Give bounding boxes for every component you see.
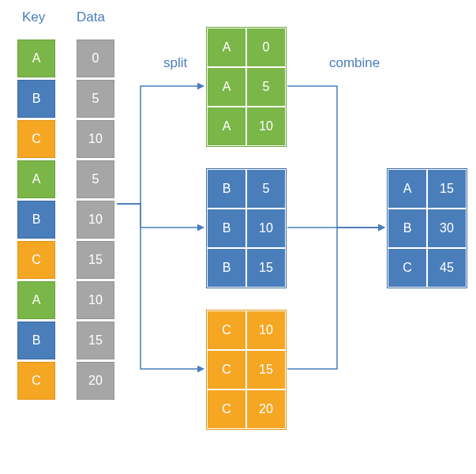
- group-value-cell: 10: [246, 107, 286, 146]
- group-key-cell: A: [207, 67, 246, 107]
- group-value-cell: 10: [246, 209, 286, 248]
- label-split: split: [163, 55, 187, 71]
- group-value-cell: 10: [246, 310, 286, 350]
- data-cell: 15: [77, 241, 114, 279]
- group-value-cell: 15: [246, 248, 286, 288]
- combine-arrow-a: [287, 86, 384, 228]
- group-key-cell: B: [207, 169, 246, 209]
- key-cell: B: [17, 80, 55, 118]
- group-value-cell: 0: [246, 28, 286, 67]
- split-arrow-b: [117, 204, 204, 228]
- group-key-cell: C: [207, 310, 246, 350]
- group-value-cell: 5: [246, 169, 286, 209]
- key-column: ABCABCABC: [17, 40, 55, 400]
- result-value-cell: 30: [427, 209, 467, 248]
- group-value-cell: 20: [246, 389, 286, 429]
- group-b-table: B5B10B15: [206, 168, 287, 288]
- data-cell: 10: [77, 120, 114, 158]
- group-c-table: C10C15C20: [206, 310, 287, 430]
- key-cell: B: [17, 322, 55, 359]
- data-cell: 15: [77, 322, 114, 359]
- group-key-cell: A: [207, 107, 246, 146]
- key-cell: C: [17, 241, 55, 279]
- combine-arrow-c: [287, 228, 384, 369]
- data-cell: 0: [77, 40, 114, 77]
- result-key-cell: C: [388, 248, 427, 288]
- key-cell: C: [17, 120, 55, 158]
- data-cell: 5: [77, 160, 114, 198]
- label-key: Key: [22, 9, 45, 25]
- key-cell: A: [17, 160, 55, 198]
- group-key-cell: B: [207, 248, 246, 288]
- key-cell: C: [17, 362, 55, 400]
- group-key-cell: C: [207, 350, 246, 389]
- data-cell: 5: [77, 80, 114, 118]
- result-table: A15B30C45: [387, 168, 467, 288]
- group-key-cell: B: [207, 209, 246, 248]
- data-cell: 20: [77, 362, 114, 400]
- data-cell: 10: [77, 201, 114, 239]
- result-value-cell: 45: [427, 248, 467, 288]
- key-cell: A: [17, 281, 55, 319]
- group-value-cell: 15: [246, 350, 286, 389]
- split-arrow-c: [117, 204, 204, 369]
- key-cell: B: [17, 201, 55, 239]
- result-key-cell: A: [388, 169, 427, 209]
- result-key-cell: B: [388, 209, 427, 248]
- result-value-cell: 15: [427, 169, 467, 209]
- group-value-cell: 5: [246, 67, 286, 107]
- key-cell: A: [17, 40, 55, 77]
- data-cell: 10: [77, 281, 114, 319]
- group-key-cell: A: [207, 28, 246, 67]
- group-a-table: A0A5A10: [206, 27, 287, 147]
- group-key-cell: C: [207, 389, 246, 429]
- label-data: Data: [77, 9, 105, 25]
- split-arrow-a: [117, 86, 204, 204]
- label-combine: combine: [329, 55, 380, 71]
- data-column: 051051015101520: [77, 40, 114, 400]
